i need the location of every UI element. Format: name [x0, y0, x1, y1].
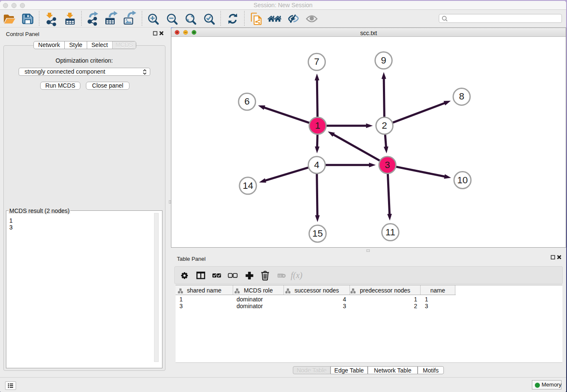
svg-text:6: 6: [245, 96, 250, 107]
svg-text:11: 11: [385, 227, 395, 237]
svg-text:1: 1: [315, 120, 320, 131]
svg-text:3: 3: [385, 160, 390, 170]
svg-text:7: 7: [314, 56, 319, 67]
svg-text:8: 8: [459, 91, 465, 102]
svg-text:f(x): f(x): [291, 271, 303, 280]
svg-text:10: 10: [457, 175, 468, 185]
svg-text:14: 14: [242, 180, 253, 191]
svg-text:9: 9: [381, 55, 386, 66]
svg-text:2: 2: [382, 120, 387, 131]
svg-text:4: 4: [314, 160, 319, 170]
svg-text:15: 15: [312, 228, 323, 239]
